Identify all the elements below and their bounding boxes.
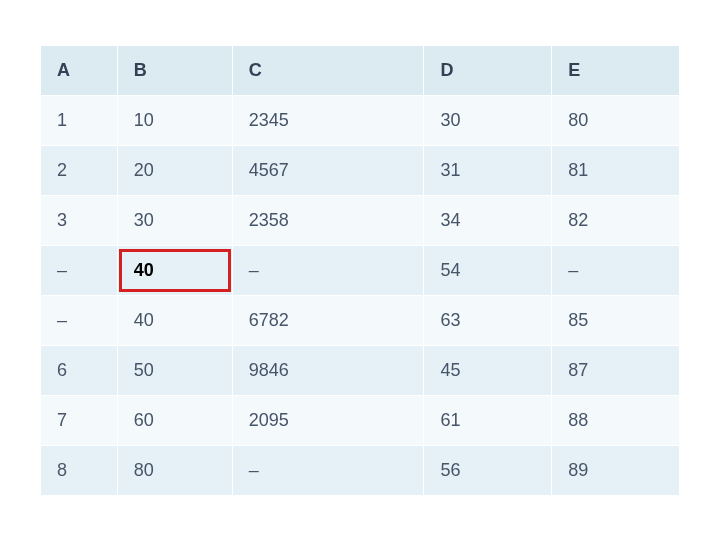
cell: –	[552, 245, 680, 295]
cell: 80	[552, 95, 680, 145]
table-row: 8 80 – 56 89	[41, 445, 680, 495]
cell: 2345	[232, 95, 424, 145]
col-header-B: B	[117, 45, 232, 95]
cell: 1	[41, 95, 118, 145]
cell: 31	[424, 145, 552, 195]
table-row: – 40 6782 63 85	[41, 295, 680, 345]
col-header-E: E	[552, 45, 680, 95]
cell: 81	[552, 145, 680, 195]
cell: 2095	[232, 395, 424, 445]
cell: –	[232, 245, 424, 295]
col-header-A: A	[41, 45, 118, 95]
data-table-container: A B C D E 1 10 2345 30 80 2 20 4567 31 8…	[40, 45, 680, 496]
cell: 9846	[232, 345, 424, 395]
cell: 82	[552, 195, 680, 245]
cell: –	[41, 245, 118, 295]
cell: 2358	[232, 195, 424, 245]
cell: 87	[552, 345, 680, 395]
col-header-C: C	[232, 45, 424, 95]
cell: 7	[41, 395, 118, 445]
cell: 61	[424, 395, 552, 445]
cell: 34	[424, 195, 552, 245]
cell: 4567	[232, 145, 424, 195]
cell: 45	[424, 345, 552, 395]
cell: 3	[41, 195, 118, 245]
cell: –	[41, 295, 118, 345]
cell: 88	[552, 395, 680, 445]
cell: 2	[41, 145, 118, 195]
cell: 30	[117, 195, 232, 245]
table-row: 7 60 2095 61 88	[41, 395, 680, 445]
cell: 6782	[232, 295, 424, 345]
highlighted-cell: 40	[117, 245, 232, 295]
cell: 60	[117, 395, 232, 445]
cell: –	[232, 445, 424, 495]
cell: 8	[41, 445, 118, 495]
cell: 50	[117, 345, 232, 395]
table-row: – 40 – 54 –	[41, 245, 680, 295]
table-row: 6 50 9846 45 87	[41, 345, 680, 395]
cell: 10	[117, 95, 232, 145]
cell: 30	[424, 95, 552, 145]
cell: 89	[552, 445, 680, 495]
table-row: 3 30 2358 34 82	[41, 195, 680, 245]
cell: 56	[424, 445, 552, 495]
col-header-D: D	[424, 45, 552, 95]
table-row: 1 10 2345 30 80	[41, 95, 680, 145]
cell: 40	[117, 295, 232, 345]
cell: 80	[117, 445, 232, 495]
cell: 20	[117, 145, 232, 195]
cell: 63	[424, 295, 552, 345]
cell: 85	[552, 295, 680, 345]
cell: 54	[424, 245, 552, 295]
table-header-row: A B C D E	[41, 45, 680, 95]
cell: 6	[41, 345, 118, 395]
data-table: A B C D E 1 10 2345 30 80 2 20 4567 31 8…	[40, 45, 680, 496]
table-row: 2 20 4567 31 81	[41, 145, 680, 195]
